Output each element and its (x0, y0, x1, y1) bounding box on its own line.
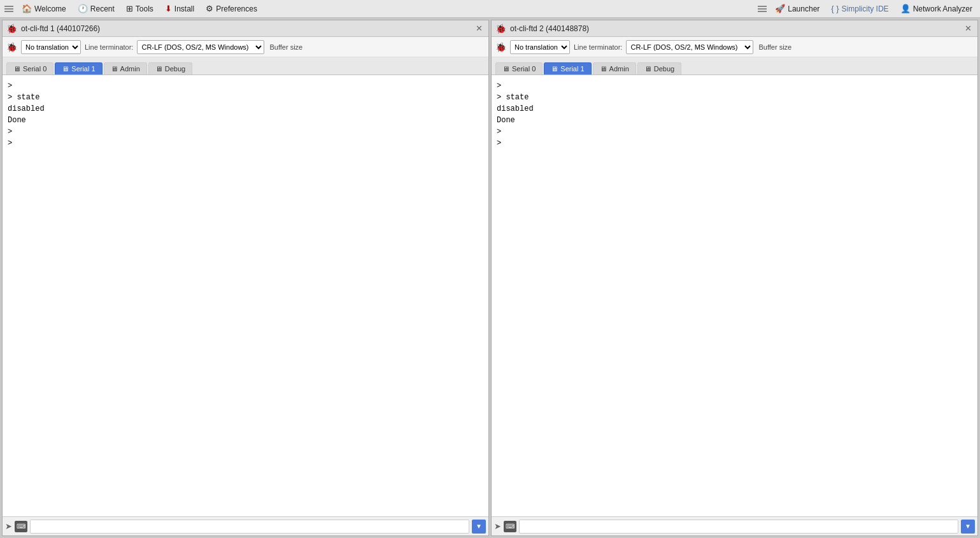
panel-2-tab-serial1[interactable]: 🖥 Serial 1 (544, 62, 591, 74)
panel-2-close[interactable]: ✕ (963, 23, 974, 34)
panel-2-icon: 🐞 (495, 24, 506, 34)
menu-welcome[interactable]: 🏠 Welcome (17, 2, 71, 15)
install-icon: ⬇ (165, 4, 172, 13)
panel2-serial0-icon: 🖥 (502, 65, 509, 73)
menu-simplicity-ide-label: Simplicity IDE (842, 4, 889, 13)
menu-launcher[interactable]: 🚀 Launcher (770, 2, 825, 15)
menu-install-label: Install (174, 4, 194, 13)
terminal-line: > (8, 80, 483, 92)
panel-1-toolbar: 🐞 No translation Line terminator: CR-LF … (3, 37, 488, 57)
simplicity-ide-icon: { } (831, 4, 839, 13)
serial0-icon: 🖥 (13, 65, 20, 73)
panel-1-icon: 🐞 (6, 24, 17, 34)
panel-2-buffer-label: Buffer size (758, 43, 792, 51)
panel-2-tab-debug[interactable]: 🖥 Debug (637, 62, 681, 74)
panel-1-input-prompt-icon: ➤ (5, 521, 12, 531)
panel-1-line-terminator-select[interactable]: CR-LF (DOS, OS/2, MS Windows) (137, 40, 264, 54)
panel-1-buffer-label: Buffer size (269, 43, 302, 51)
terminal-line: > (497, 80, 972, 92)
debug-icon: 🖥 (155, 65, 162, 73)
menubar-right: 🚀 Launcher { } Simplicity IDE 👤 Network … (756, 2, 977, 15)
panel-1: 🐞 ot-cli-ftd 1 (440107266) ✕ 🐞 No transl… (2, 20, 489, 536)
panel-1-tab-debug[interactable]: 🖥 Debug (148, 62, 192, 74)
terminal-line: > state (8, 92, 483, 103)
terminal-line: > (497, 126, 972, 138)
panel-2-tab-serial1-label: Serial 1 (560, 65, 584, 73)
panel-2-tab-serial0-label: Serial 0 (512, 65, 536, 73)
main-area: 🐞 ot-cli-ftd 1 (440107266) ✕ 🐞 No transl… (0, 18, 980, 538)
menubar: 🏠 Welcome 🕐 Recent ⊞ Tools ⬇ Install ⚙ P… (0, 0, 980, 18)
panel-1-tab-serial1[interactable]: 🖥 Serial 1 (55, 62, 102, 74)
panel-2-titlebar: 🐞 ot-cli-ftd 2 (440148878) ✕ (492, 20, 977, 37)
panel-2-toolbar-icon: 🐞 (495, 42, 506, 52)
panel2-debug-icon: 🖥 (644, 65, 651, 73)
tools-icon: ⊞ (126, 4, 133, 13)
panel-2-translation-select[interactable]: No translation (510, 40, 570, 54)
menu-network-analyzer[interactable]: 👤 Network Analyzer (895, 2, 977, 15)
menu-tools[interactable]: ⊞ Tools (121, 2, 159, 15)
terminal-line: > (8, 138, 483, 149)
terminal-line: disabled (497, 103, 972, 115)
terminal-line: > (497, 138, 972, 149)
panel-2-tab-admin[interactable]: 🖥 Admin (593, 62, 636, 74)
panel-1-input-dropdown[interactable]: ▼ (472, 520, 486, 534)
panel-1-toolbar-icon: 🐞 (6, 42, 17, 52)
panel-2-cmd-icon: ⌨ (504, 521, 516, 532)
panel-1-command-input[interactable] (30, 520, 469, 534)
panel-2-line-terminator-select[interactable]: CR-LF (DOS, OS/2, MS Windows) (626, 40, 753, 54)
panel-2-tab-admin-label: Admin (609, 65, 629, 73)
menu-launcher-label: Launcher (788, 4, 820, 13)
launcher-icon: 🚀 (775, 4, 785, 13)
menu-welcome-label: Welcome (34, 4, 66, 13)
menu-grip-right[interactable] (756, 3, 769, 15)
menu-network-analyzer-label: Network Analyzer (913, 4, 972, 13)
menu-preferences[interactable]: ⚙ Preferences (201, 2, 262, 15)
panel-1-inputbar: ➤ ⌨ ▼ (3, 516, 488, 535)
panel-1-tab-serial0[interactable]: 🖥 Serial 0 (6, 62, 53, 74)
panel-1-tab-admin[interactable]: 🖥 Admin (104, 62, 147, 74)
panel-1-tabs: 🖥 Serial 0 🖥 Serial 1 🖥 Admin 🖥 Debug (3, 57, 488, 75)
serial1-icon: 🖥 (62, 65, 69, 73)
panel-2-tabs: 🖥 Serial 0 🖥 Serial 1 🖥 Admin 🖥 Debug (492, 57, 977, 75)
panel-1-terminal[interactable]: >> statedisabledDone>> (3, 75, 488, 516)
terminal-line: > (8, 126, 483, 138)
panel2-serial1-icon: 🖥 (551, 65, 558, 73)
terminal-line: Done (8, 115, 483, 126)
network-analyzer-icon: 👤 (900, 4, 911, 13)
panel-1-titlebar: 🐞 ot-cli-ftd 1 (440107266) ✕ (3, 20, 488, 37)
panel-2-toolbar: 🐞 No translation Line terminator: CR-LF … (492, 37, 977, 57)
panel-2-tab-debug-label: Debug (654, 65, 674, 73)
panel-2-line-terminator-label: Line terminator: (574, 43, 622, 51)
terminal-line: > state (497, 92, 972, 103)
menu-recent[interactable]: 🕐 Recent (73, 2, 120, 15)
home-icon: 🏠 (22, 4, 32, 13)
panel-2-tab-serial0[interactable]: 🖥 Serial 0 (495, 62, 543, 74)
menu-preferences-label: Preferences (216, 4, 257, 13)
recent-icon: 🕐 (78, 4, 88, 13)
menu-grip[interactable] (3, 3, 15, 15)
panel-1-close[interactable]: ✕ (474, 23, 485, 34)
menu-recent-label: Recent (90, 4, 115, 13)
panel2-admin-icon: 🖥 (600, 65, 607, 73)
panel-1-translation-select[interactable]: No translation (21, 40, 81, 54)
preferences-icon: ⚙ (206, 4, 213, 13)
admin-icon: 🖥 (111, 65, 118, 73)
panel-2-inputbar: ➤ ⌨ ▼ (492, 516, 977, 535)
menu-tools-label: Tools (136, 4, 153, 13)
panel-2: 🐞 ot-cli-ftd 2 (440148878) ✕ 🐞 No transl… (491, 20, 978, 536)
panel-1-tab-serial0-label: Serial 0 (23, 65, 46, 73)
menu-simplicity-ide[interactable]: { } Simplicity IDE (826, 2, 893, 15)
panel-1-tab-debug-label: Debug (165, 65, 185, 73)
menu-install[interactable]: ⬇ Install (160, 2, 199, 15)
panel-1-cmd-icon: ⌨ (15, 521, 27, 532)
panel-1-line-terminator-label: Line terminator: (85, 43, 133, 51)
panel-2-input-prompt-icon: ➤ (494, 521, 501, 531)
panel-1-title: ot-cli-ftd 1 (440107266) (21, 24, 470, 33)
terminal-line: disabled (8, 103, 483, 115)
panel-2-title: ot-cli-ftd 2 (440148878) (510, 24, 959, 33)
panel-2-terminal[interactable]: >> statedisabledDone>> (492, 75, 977, 516)
panel-1-tab-admin-label: Admin (120, 65, 140, 73)
panel-2-command-input[interactable] (519, 520, 958, 534)
panel-1-tab-serial1-label: Serial 1 (71, 65, 95, 73)
panel-2-input-dropdown[interactable]: ▼ (961, 520, 975, 534)
